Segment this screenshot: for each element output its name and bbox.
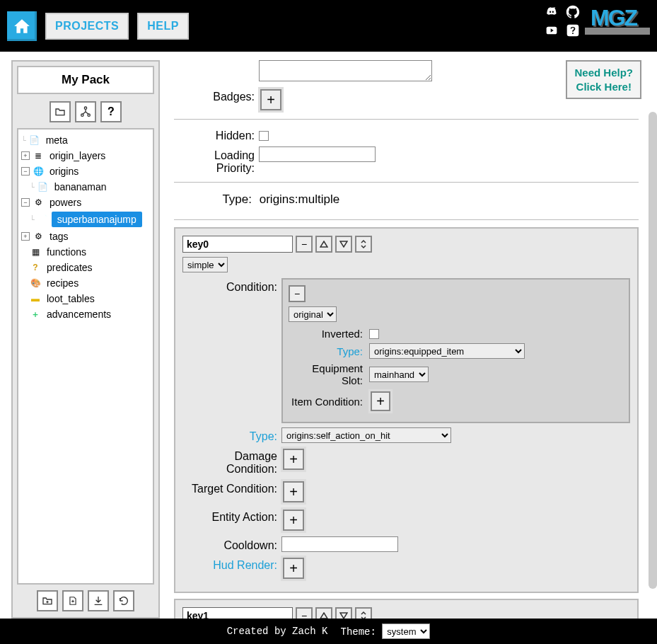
condition-label: Condition: xyxy=(182,278,281,294)
svg-point-2 xyxy=(84,107,86,109)
globe-icon: 🌐 xyxy=(33,166,44,177)
tree-structure-button[interactable] xyxy=(75,101,96,122)
tree-item-recipes[interactable]: 🎨 recipes xyxy=(20,275,151,291)
tree-item-advancements[interactable]: ＋ advancements xyxy=(20,306,151,322)
cooldown-input[interactable] xyxy=(281,536,398,552)
condition-mode-select[interactable]: original xyxy=(289,306,337,322)
theme-select[interactable]: system xyxy=(382,623,430,639)
download-icon xyxy=(93,594,104,607)
add-badge-button[interactable]: + xyxy=(260,89,281,110)
triangle-down-icon xyxy=(339,241,348,248)
hidden-label: Hidden: xyxy=(174,127,259,142)
add-hud-render-button[interactable]: + xyxy=(283,558,304,579)
triangle-down-icon xyxy=(339,612,348,619)
itch-icon[interactable] xyxy=(565,23,581,38)
new-folder-button[interactable] xyxy=(37,590,58,611)
open-folder-button[interactable] xyxy=(50,101,71,122)
divider xyxy=(174,119,639,120)
remove-key-button[interactable]: − xyxy=(296,607,313,619)
scrollbar[interactable] xyxy=(649,112,657,589)
download-button[interactable] xyxy=(88,590,109,611)
question-icon: ? xyxy=(30,262,41,273)
file-icon: 📄 xyxy=(29,134,40,146)
move-down-button[interactable] xyxy=(335,236,352,253)
loading-priority-input[interactable] xyxy=(259,146,376,162)
type-value: origins:multiple xyxy=(260,192,339,206)
file-tree: └ 📄 meta + ≣ origin_layers − 🌐 origins └… xyxy=(17,128,154,585)
inverted-checkbox[interactable] xyxy=(369,329,379,339)
sidebar-title: My Pack xyxy=(17,66,154,94)
sort-icon xyxy=(359,611,368,619)
file-icon: 📄 xyxy=(37,214,49,225)
tree-item-functions[interactable]: ▦ functions xyxy=(20,244,151,260)
hud-render-label[interactable]: Hud Render: xyxy=(182,556,281,572)
key-name-input[interactable] xyxy=(182,236,293,253)
expand-toggle[interactable]: + xyxy=(21,232,30,241)
remove-condition-button[interactable]: − xyxy=(289,285,306,302)
divider xyxy=(174,182,639,183)
cooldown-label: Cooldown: xyxy=(182,536,281,552)
tree-item-origins[interactable]: − 🌐 origins xyxy=(20,163,151,179)
triangle-up-icon xyxy=(320,612,328,619)
tree-item-predicates[interactable]: ? predicates xyxy=(20,260,151,275)
gear-icon: ⚙ xyxy=(33,197,44,208)
entity-action-label: Entity Action: xyxy=(182,508,281,524)
equipment-slot-select[interactable]: mainhand xyxy=(369,367,429,382)
add-entity-action-button[interactable]: + xyxy=(283,510,304,531)
tree-icon xyxy=(80,106,91,117)
github-icon[interactable] xyxy=(565,4,581,20)
add-target-condition-button[interactable]: + xyxy=(283,481,304,502)
remove-key-button[interactable]: − xyxy=(296,236,313,253)
key-mode-select[interactable]: simple xyxy=(182,257,228,272)
sort-button[interactable] xyxy=(355,236,372,253)
condition-type-select[interactable]: origins:equipped_item xyxy=(369,343,525,359)
footer: Created by Zach K Theme: system xyxy=(0,619,657,644)
key-name-input[interactable] xyxy=(182,607,293,619)
home-icon xyxy=(13,17,31,35)
tree-item-meta[interactable]: └ 📄 meta xyxy=(20,132,151,148)
type-label: Type: xyxy=(174,192,256,207)
add-item-condition-button[interactable]: + xyxy=(371,391,390,411)
discord-icon[interactable] xyxy=(544,4,559,20)
item-condition-label: Item Condition: xyxy=(289,396,366,408)
move-down-button[interactable] xyxy=(335,607,352,619)
plus-green-icon: ＋ xyxy=(30,309,41,320)
top-right-links: MGZ xyxy=(544,4,650,38)
home-button[interactable] xyxy=(7,11,37,41)
collapse-toggle[interactable]: − xyxy=(21,167,30,176)
condition-type-label[interactable]: Type: xyxy=(289,345,366,357)
theme-label: Theme: xyxy=(341,626,376,638)
question-icon: ? xyxy=(107,105,115,118)
help-nav-button[interactable]: HELP xyxy=(137,13,189,40)
description-textarea[interactable] xyxy=(259,60,432,81)
hidden-checkbox[interactable] xyxy=(259,131,269,141)
refresh-button[interactable] xyxy=(113,590,134,611)
projects-nav-button[interactable]: PROJECTS xyxy=(45,13,129,40)
gold-icon: ▬ xyxy=(30,293,41,304)
folder-icon xyxy=(54,106,66,117)
logo[interactable]: MGZ xyxy=(585,8,650,35)
tree-item-superbananajump[interactable]: └ 📄 superbananajump xyxy=(20,210,151,229)
top-bar: PROJECTS HELP MGZ xyxy=(0,0,657,52)
sort-button[interactable] xyxy=(355,607,372,619)
need-help-box[interactable]: Need Help? Click Here! xyxy=(566,60,641,99)
youtube-icon[interactable] xyxy=(544,23,559,38)
target-condition-label: Target Condition: xyxy=(182,480,281,495)
key-type-label[interactable]: Type: xyxy=(182,427,281,443)
tree-item-powers[interactable]: − ⚙ powers xyxy=(20,195,151,210)
divider xyxy=(174,219,639,220)
add-damage-condition-button[interactable]: + xyxy=(283,449,304,470)
tree-item-loot-tables[interactable]: ▬ loot_tables xyxy=(20,291,151,306)
sort-icon xyxy=(359,239,368,249)
editor-panel: Need Help? Click Here! Badges: + Hidden:… xyxy=(160,60,650,619)
tree-item-bananaman[interactable]: └ 📄 bananaman xyxy=(20,179,151,195)
expand-toggle[interactable]: + xyxy=(21,151,30,160)
new-file-button[interactable] xyxy=(62,590,83,611)
move-up-button[interactable] xyxy=(315,236,332,253)
tree-item-origin-layers[interactable]: + ≣ origin_layers xyxy=(20,148,151,163)
sidebar-help-button[interactable]: ? xyxy=(100,101,122,122)
tree-item-tags[interactable]: + ⚙ tags xyxy=(20,229,151,244)
collapse-toggle[interactable]: − xyxy=(21,198,30,207)
key-type-select[interactable]: origins:self_action_on_hit xyxy=(281,427,451,443)
move-up-button[interactable] xyxy=(315,607,332,619)
